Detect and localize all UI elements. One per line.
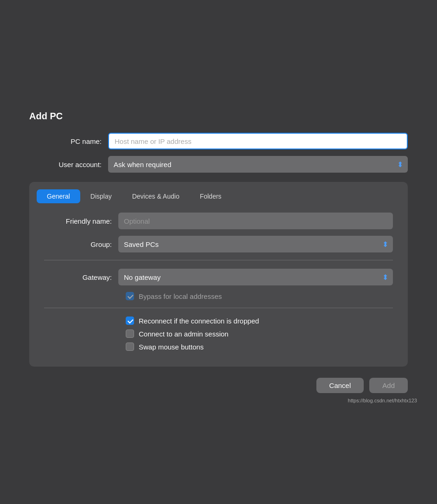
reconnect-label: Reconnect if the connection is dropped — [139, 317, 259, 325]
reconnect-checkbox[interactable] — [126, 317, 134, 325]
group-label: Group: — [44, 240, 118, 248]
user-account-select[interactable]: Ask when required — [108, 156, 408, 173]
tab-devices-audio[interactable]: Devices & Audio — [122, 189, 190, 203]
gateway-select-wrapper: No gateway ⬍ — [118, 269, 393, 285]
group-row: Group: Saved PCs ⬍ — [44, 236, 393, 252]
group-select-wrapper: Saved PCs ⬍ — [118, 236, 393, 252]
pc-name-input[interactable] — [108, 133, 408, 149]
cancel-button[interactable]: Cancel — [316, 378, 364, 393]
bypass-row: Bypass for local addresses — [126, 292, 393, 300]
pc-name-label: PC name: — [29, 137, 108, 145]
admin-session-checkbox[interactable] — [126, 330, 134, 338]
user-account-select-wrapper: Ask when required ⬍ — [108, 156, 408, 173]
gateway-row: Gateway: No gateway ⬍ — [44, 269, 393, 285]
tab-folders[interactable]: Folders — [190, 189, 232, 203]
add-pc-dialog: Add PC PC name: User account: Ask when r… — [14, 98, 423, 406]
admin-session-row: Connect to an admin session — [126, 330, 393, 338]
friendly-name-label: Friendly name: — [44, 217, 118, 225]
swap-mouse-checkbox[interactable] — [126, 342, 134, 351]
bypass-checkbox[interactable] — [126, 292, 134, 300]
divider-1 — [44, 260, 393, 260]
bypass-label: Bypass for local addresses — [139, 292, 222, 300]
friendly-name-input[interactable] — [118, 213, 393, 229]
friendly-name-row: Friendly name: — [44, 213, 393, 229]
gateway-label: Gateway: — [44, 273, 118, 281]
group-select[interactable]: Saved PCs — [118, 236, 393, 252]
tab-panel: General Display Devices & Audio Folders … — [29, 182, 408, 367]
add-button[interactable]: Add — [369, 378, 408, 393]
user-account-row: User account: Ask when required ⬍ — [29, 156, 408, 173]
swap-mouse-row: Swap mouse buttons — [126, 342, 393, 351]
dialog-title: Add PC — [29, 111, 408, 122]
gateway-select[interactable]: No gateway — [118, 269, 393, 285]
tab-general[interactable]: General — [37, 189, 80, 203]
tabs-bar: General Display Devices & Audio Folders — [29, 182, 408, 203]
pc-name-row: PC name: — [29, 133, 408, 149]
reconnect-row: Reconnect if the connection is dropped — [126, 317, 393, 325]
user-account-label: User account: — [29, 161, 108, 168]
tab-display[interactable]: Display — [80, 189, 122, 203]
swap-mouse-label: Swap mouse buttons — [139, 343, 204, 351]
watermark: https://blog.csdn.net/htxhtx123 — [348, 398, 417, 403]
tab-content-general: Friendly name: Group: Saved PCs ⬍ Gatewa… — [29, 213, 408, 351]
footer-row: Cancel Add — [29, 378, 408, 393]
admin-session-label: Connect to an admin session — [139, 330, 228, 338]
divider-2 — [44, 308, 393, 308]
